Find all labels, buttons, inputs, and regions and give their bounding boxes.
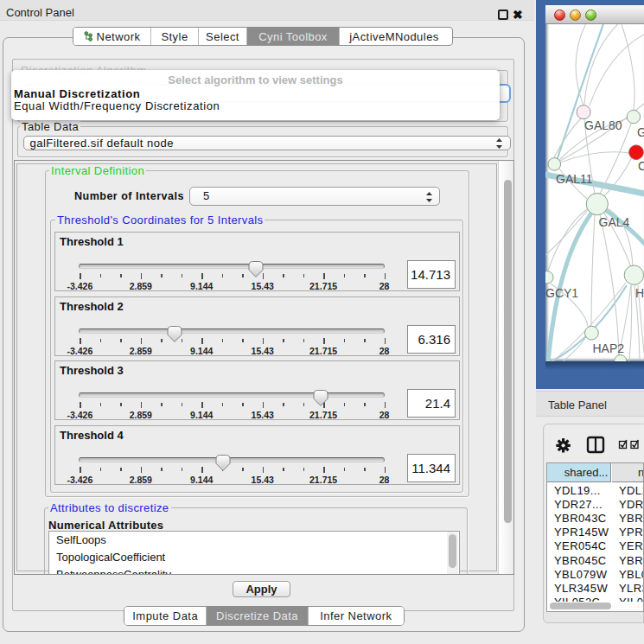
svg-text:GAL4: GAL4 <box>599 215 630 229</box>
svg-text:C: C <box>638 159 644 173</box>
svg-text:GAL11: GAL11 <box>556 172 593 186</box>
svg-text:GCY1: GCY1 <box>545 286 578 300</box>
svg-text:GAL80: GAL80 <box>584 118 622 132</box>
svg-text:H: H <box>635 286 644 300</box>
svg-text:HAP2: HAP2 <box>593 341 625 355</box>
svg-text:G.: G. <box>637 125 644 139</box>
